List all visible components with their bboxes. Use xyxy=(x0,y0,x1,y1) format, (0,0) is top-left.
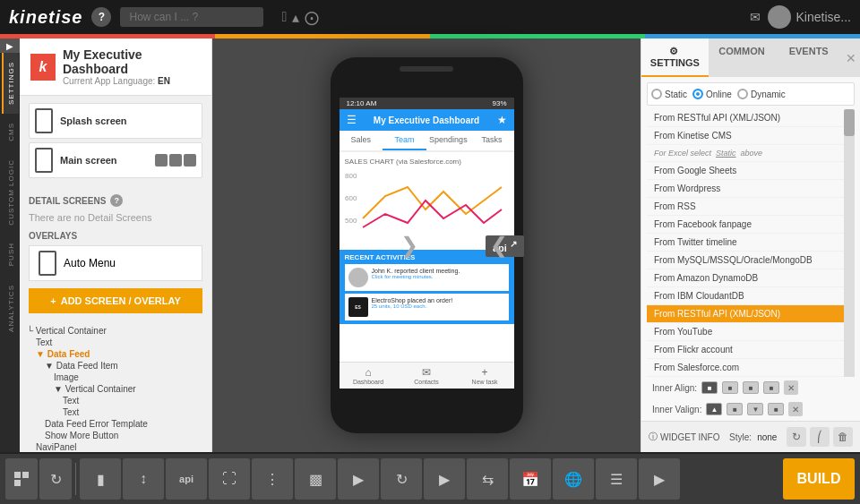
tree-item[interactable]: Image xyxy=(54,372,204,383)
valign-btn-bot[interactable]: ▼ xyxy=(747,403,763,415)
side-arrow-top[interactable]: ▶ xyxy=(0,38,20,53)
radio-static[interactable]: Static xyxy=(651,89,687,99)
align-btn-center[interactable]: ■ xyxy=(722,381,738,394)
toolbar-btn-globe[interactable]: 🌐 xyxy=(553,458,594,500)
toolbar-btn-vertical[interactable]: ↕ xyxy=(123,458,164,500)
source-mysql[interactable]: From MySQL/MSSQL/Oracle/MongoDB xyxy=(647,252,855,269)
sidebar-item-push[interactable]: PUSH xyxy=(2,234,19,275)
tree-item-active[interactable]: ▼ Data Feed xyxy=(36,348,204,360)
help-button[interactable]: ? xyxy=(91,7,111,27)
scrollbar[interactable] xyxy=(844,109,855,377)
toolbar-btn-cal[interactable]: 📅 xyxy=(510,458,551,500)
source-rss[interactable]: From RSS xyxy=(647,198,855,216)
toolbar-btn-block[interactable]: ▮ xyxy=(80,458,121,500)
overlay-item[interactable]: Auto Menu xyxy=(29,245,202,281)
toolbar-btn-image[interactable]: ⛶ xyxy=(209,458,250,500)
phone-next-arrow[interactable]: ❯ xyxy=(400,233,418,258)
sidebar-item-settings[interactable]: SETTINGS xyxy=(2,53,19,114)
tree-item[interactable]: └ Vertical Container xyxy=(27,325,204,337)
activity-item-1[interactable]: John K. reported client meeting. Click f… xyxy=(345,264,509,291)
tree-item[interactable]: ▼ Data Feed Item xyxy=(45,360,204,372)
align-close-button[interactable]: ✕ xyxy=(784,380,798,395)
toolbar-btn-widget[interactable]: ▩ xyxy=(295,458,336,500)
widget-info-button[interactable]: ⓘ WIDGET INFO xyxy=(649,431,719,443)
avatar xyxy=(768,5,791,29)
align-btn-justify[interactable]: ■ xyxy=(763,381,779,394)
sidebar-item-analytics[interactable]: ANALYTICS xyxy=(2,276,19,341)
toolbar-btn-play3[interactable]: ▶ xyxy=(639,458,680,500)
search-input[interactable] xyxy=(120,7,263,27)
user-area[interactable]: Kinetise... xyxy=(768,5,851,29)
source-kinetise-cms[interactable]: From Kinetise CMS xyxy=(647,127,855,145)
source-salesforce[interactable]: From Salesforce.com xyxy=(647,359,855,377)
refresh-icon[interactable]: ↻ xyxy=(787,427,806,447)
sidebar-item-cms[interactable]: CMS xyxy=(2,114,19,150)
radio-online[interactable]: Online xyxy=(692,89,732,99)
align-btn-left[interactable]: ■ xyxy=(701,381,718,394)
splash-screen-item[interactable]: Splash screen xyxy=(29,103,202,139)
tab-settings[interactable]: ⚙ SETTINGS xyxy=(641,38,709,77)
source-ibm[interactable]: From IBM CloudantDB xyxy=(647,287,855,305)
source-youtube[interactable]: From YouTube xyxy=(647,323,855,341)
add-screen-button[interactable]: + ADD SCREEN / OVERLAY xyxy=(29,288,202,313)
bell-icon[interactable]: ✉ xyxy=(750,10,761,24)
source-restful-active[interactable]: From RESTful API (XML/JSON) xyxy=(647,305,855,323)
toolbar-btn-arrows[interactable]: ⇆ xyxy=(467,458,508,500)
tab-team[interactable]: Team xyxy=(383,131,426,150)
toolbar-btn-play2[interactable]: ▶ xyxy=(424,458,465,500)
source-flickr[interactable]: From Flickr account xyxy=(647,341,855,359)
detail-help[interactable]: ? xyxy=(110,194,123,207)
tree-item[interactable]: Text xyxy=(36,337,204,348)
close-panel-button[interactable]: ✕ xyxy=(842,38,860,77)
tree-item[interactable]: ▼ Vertical Container xyxy=(54,383,204,395)
source-amazon[interactable]: From Amazon DynamoDB xyxy=(647,269,855,287)
phone-prev-arrow[interactable]: ❮ xyxy=(490,233,508,258)
tab-events[interactable]: EVENTS xyxy=(775,38,842,77)
bookmark-icon[interactable]: ★ xyxy=(497,114,507,126)
tree-item[interactable]: NaviPanel xyxy=(36,441,204,452)
sidebar-item-custom-logic[interactable]: CUSTOM LOGIC xyxy=(2,150,19,235)
tab-sales[interactable]: Sales xyxy=(340,131,383,150)
bottom-new-task[interactable]: + New task xyxy=(456,366,514,385)
phone-battery: 93% xyxy=(492,99,506,107)
main-screen-item[interactable]: Main screen xyxy=(29,142,202,178)
settings-icon: ⚙ xyxy=(669,46,678,56)
valign-btn-str[interactable]: ■ xyxy=(768,403,784,415)
bottom-dashboard[interactable]: ⌂ Dashboard xyxy=(340,366,398,385)
toolbar-btn-api[interactable]: api xyxy=(166,458,207,500)
build-button[interactable]: BUILD xyxy=(783,458,855,500)
tab-spendings[interactable]: Spendings xyxy=(426,131,470,150)
toolbar-btn-refresh[interactable]: ↻ xyxy=(39,458,72,500)
source-twitter[interactable]: From Twitter timeline xyxy=(647,234,855,252)
toolbar-btn-play[interactable]: ▶ xyxy=(338,458,379,500)
align-btn-right[interactable]: ■ xyxy=(743,381,759,394)
valign-btn-top[interactable]: ▲ xyxy=(706,403,722,415)
delete-icon[interactable]: 🗑 xyxy=(833,427,853,447)
activity-item-2[interactable]: ES ElectroShop placed an order! 25 units… xyxy=(345,294,509,320)
tab-common[interactable]: COMMON xyxy=(709,38,776,77)
tree-item[interactable]: Text xyxy=(63,406,204,418)
bottom-contacts[interactable]: ✉ Contacts xyxy=(398,366,456,385)
radio-dynamic[interactable]: Dynamic xyxy=(737,89,786,99)
app-lang: Current App Language: EN xyxy=(63,76,201,86)
tree-item[interactable]: Text xyxy=(63,395,204,406)
menu-icon[interactable]: ☰ xyxy=(347,114,357,126)
toolbar-btn-list[interactable]: ☰ xyxy=(596,458,637,500)
chart-title: SALES CHART (via Salesforce.com) xyxy=(345,158,509,166)
source-google-sheets[interactable]: From Google Sheets xyxy=(647,162,855,180)
source-facebook[interactable]: From Facebook fanpage xyxy=(647,216,855,234)
source-restful-api[interactable]: From RESTful API (XML/JSON) xyxy=(647,109,855,127)
info-icon: ⓘ xyxy=(649,431,658,443)
phone-chart-area: SALES CHART (via Salesforce.com) 800 600… xyxy=(340,152,514,246)
tab-tasks[interactable]: Tasks xyxy=(470,131,514,150)
toolbar-btn-loop[interactable]: ↻ xyxy=(381,458,422,500)
screens-section: Splash screen Main screen xyxy=(20,96,211,189)
tree-item[interactable]: Show More Button xyxy=(45,430,204,441)
tree-item[interactable]: Data Feed Error Template xyxy=(45,418,204,430)
source-wordpress[interactable]: From Wordpress xyxy=(647,180,855,198)
valign-close-button[interactable]: ✕ xyxy=(788,402,803,416)
toolbar-btn-grid[interactable]: ⋮ xyxy=(252,458,293,500)
toolbar-btn-1[interactable] xyxy=(5,458,38,500)
valign-btn-mid[interactable]: ■ xyxy=(727,403,743,415)
copy-icon[interactable]: ⎛ xyxy=(810,427,830,447)
